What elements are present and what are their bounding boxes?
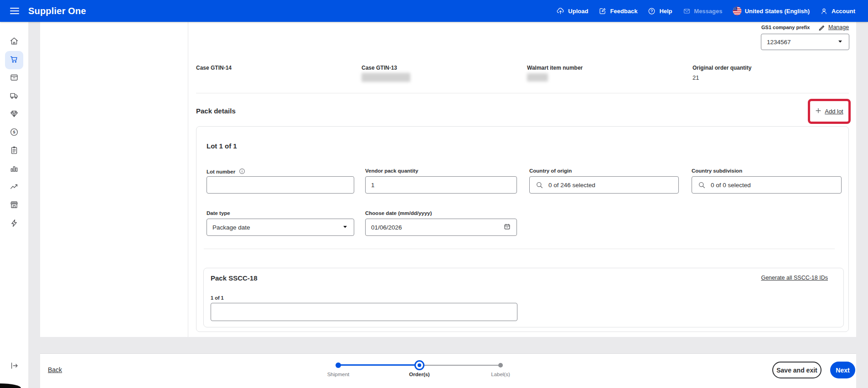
feedback-label: Feedback — [610, 8, 637, 15]
expand-panel-icon — [10, 361, 20, 373]
search-icon — [535, 181, 544, 189]
walmart-item-number-label: Walmart item number — [527, 65, 583, 71]
case-gtin14-label: Case GTIN-14 — [196, 65, 232, 71]
sidebar-item-documents[interactable] — [5, 142, 23, 160]
lot-number-label: Lot number — [207, 169, 235, 174]
sscc-input[interactable] — [211, 303, 517, 321]
box-icon — [9, 72, 19, 84]
sidebar-item-performance[interactable] — [5, 179, 23, 197]
sidebar-item-orders[interactable] — [5, 51, 23, 69]
date-type-select[interactable]: Package date — [207, 219, 354, 236]
feedback-icon — [598, 7, 607, 15]
vendor-pack-quantity-input[interactable]: 1 — [365, 176, 517, 194]
diamond-icon — [9, 109, 19, 121]
sidebar-item-payments[interactable]: $ — [5, 124, 23, 142]
store-icon — [9, 200, 19, 212]
messages-button: Messages — [682, 7, 723, 15]
chevron-down-icon — [837, 38, 843, 46]
sidebar-item-items[interactable] — [5, 69, 23, 87]
country-subdivision-value: 0 of 0 selected — [711, 182, 751, 189]
section-divider — [196, 93, 849, 93]
lot-number-label-row: Lot number — [207, 168, 245, 175]
sidebar-expand-button[interactable] — [9, 361, 20, 372]
truck-icon — [9, 91, 19, 102]
sidebar-item-quality[interactable] — [5, 106, 23, 124]
cloud-upload-icon — [556, 7, 565, 15]
gs1-manage-link[interactable]: Manage — [828, 24, 849, 31]
upload-button[interactable]: Upload — [556, 7, 588, 15]
choose-date-value: 01/06/2026 — [371, 224, 402, 231]
original-order-quantity-label: Original order quantity — [692, 65, 751, 71]
next-button[interactable]: Next — [830, 362, 855, 378]
pack-sscc-title: Pack SSCC-18 — [211, 274, 258, 282]
trend-up-icon — [9, 182, 19, 194]
person-icon — [820, 7, 828, 15]
panel-vertical-divider — [188, 22, 188, 337]
pack-details-title: Pack details — [196, 107, 236, 115]
date-type-value: Package date — [212, 224, 250, 231]
bar-chart-icon — [9, 163, 19, 175]
lightning-icon — [9, 218, 19, 230]
sidebar-item-insights[interactable] — [5, 160, 23, 179]
step-label-labels: Label(s) — [473, 372, 528, 377]
sidebar-item-transportation[interactable] — [5, 87, 23, 106]
sidebar-item-home[interactable] — [5, 33, 23, 51]
account-button[interactable]: Account — [820, 7, 855, 15]
generate-sscc-link[interactable]: Generate all SSCC-18 IDs — [761, 275, 828, 281]
app-title: Supplier One — [28, 6, 86, 16]
svg-text:$: $ — [13, 129, 16, 134]
help-button[interactable]: Help — [647, 7, 672, 15]
gs1-prefix-select[interactable]: 1234567 — [761, 34, 849, 50]
vendor-pack-quantity-label: Vendor pack quantity — [365, 168, 418, 174]
step-label-shipment: Shipment — [311, 372, 366, 377]
search-icon — [698, 181, 706, 189]
topbar-nav: Upload Feedback Help Messages — [556, 6, 868, 15]
upload-label: Upload — [568, 8, 588, 15]
locale-selector[interactable]: United States (English) — [733, 6, 810, 15]
top-app-bar: Supplier One Upload Feedback Help Messag… — [0, 0, 868, 22]
date-type-label: Date type — [207, 210, 230, 216]
step-dot-labels[interactable] — [498, 363, 503, 368]
edit-pencil-icon[interactable] — [818, 24, 825, 32]
redacted-gtin13-value — [362, 73, 410, 82]
case-gtin13-label: Case GTIN-13 — [362, 65, 397, 71]
lot-number-input[interactable] — [207, 176, 354, 194]
hamburger-menu-icon[interactable] — [10, 8, 19, 14]
calendar-icon — [503, 223, 511, 232]
lot-title: Lot 1 of 1 — [207, 142, 237, 150]
envelope-icon — [682, 7, 691, 15]
lot-inner-divider — [204, 249, 835, 249]
wizard-footer-bar — [40, 353, 856, 388]
step-dot-shipment[interactable] — [336, 362, 341, 368]
country-of-origin-select[interactable]: 0 of 246 selected — [529, 176, 679, 194]
account-label: Account — [832, 8, 855, 15]
sidebar-item-integrations[interactable] — [5, 215, 23, 233]
choose-date-label: Choose date (mm/dd/yyyy) — [365, 210, 432, 216]
help-label: Help — [659, 8, 672, 15]
redacted-item-number-value — [527, 73, 548, 82]
save-and-exit-button[interactable]: Save and exit — [772, 362, 822, 378]
original-order-quantity-value: 21 — [692, 74, 699, 81]
feedback-button[interactable]: Feedback — [598, 7, 637, 15]
country-of-origin-label: Country of origin — [529, 168, 572, 174]
info-icon[interactable] — [239, 168, 245, 175]
messages-label: Messages — [694, 8, 723, 15]
country-subdivision-label: Country subdivision — [692, 168, 742, 174]
step-label-orders: Order(s) — [392, 372, 447, 377]
back-link[interactable]: Back — [48, 366, 62, 373]
choose-date-input[interactable]: 01/06/2026 — [365, 219, 517, 236]
clipboard-icon — [9, 145, 19, 157]
locale-label: United States (English) — [745, 8, 810, 15]
country-of-origin-value: 0 of 246 selected — [548, 182, 595, 189]
country-subdivision-select[interactable]: 0 of 0 selected — [692, 176, 842, 194]
left-nav-sidebar: $ — [0, 22, 28, 388]
step-dot-orders[interactable] — [414, 360, 424, 370]
cart-icon — [9, 54, 19, 66]
gs1-prefix-value: 1234567 — [767, 39, 791, 46]
home-icon — [9, 36, 19, 48]
sidebar-item-marketplace[interactable] — [5, 197, 23, 215]
help-icon — [647, 7, 656, 15]
add-lot-highlight-box — [808, 99, 851, 124]
sscc-row-label: 1 of 1 — [211, 295, 224, 301]
gs1-prefix-label: GS1 company prefix — [761, 25, 810, 30]
